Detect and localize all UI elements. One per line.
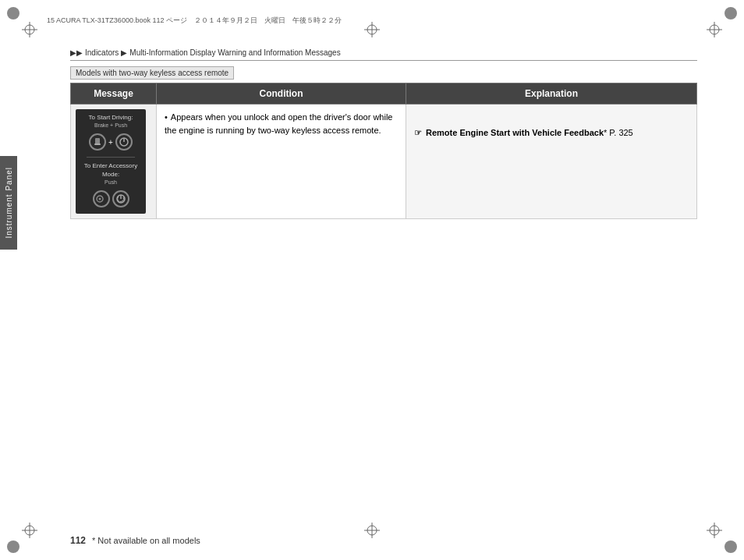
power-icon — [112, 190, 129, 207]
reg-mark-tm — [364, 22, 380, 37]
col-header-explanation: Explanation — [406, 83, 697, 105]
svg-point-27 — [98, 198, 101, 200]
msg-start-sub: Brake + Push — [80, 122, 141, 129]
print-info-text: 15 ACURA TLX-31TZ36000.book 112 ページ ２０１４… — [47, 16, 342, 26]
side-tab-label: Instrument Panel — [5, 167, 13, 239]
table-row: To Start Driving: Brake + Push — [71, 105, 697, 219]
key-icon — [93, 190, 110, 207]
breadcrumb-separator: ▶ — [121, 48, 127, 57]
message-cell: To Start Driving: Brake + Push — [71, 105, 157, 219]
svg-point-18 — [7, 7, 19, 19]
explanation-text: Remote Engine Start with Vehicle Feedbac… — [426, 126, 633, 140]
info-table: Message Condition Explanation To Start D… — [70, 83, 697, 219]
reg-mark-tl — [22, 22, 37, 37]
explanation-link: ☞ Remote Engine Start with Vehicle Feedb… — [414, 111, 689, 140]
main-content: Models with two-way keyless access remot… — [70, 66, 697, 513]
side-tab: Instrument Panel — [0, 156, 17, 250]
explanation-title: Remote Engine Start with Vehicle Feedbac… — [426, 128, 604, 137]
svg-rect-23 — [94, 144, 101, 145]
col-header-message: Message — [71, 83, 157, 105]
footer: 112 * Not available on all models — [70, 535, 697, 546]
corner-circle-tl — [6, 6, 20, 20]
section-label: Models with two-way keyless access remot… — [70, 66, 234, 80]
push-button-icon — [115, 133, 133, 151]
breadcrumb-item-2: Multi-Information Display Warning and In… — [129, 48, 340, 57]
msg-acc-sub: Push — [80, 179, 141, 186]
footer-note: * Not available on all models — [92, 536, 200, 545]
breadcrumb-arrow1: ▶▶ — [70, 48, 83, 57]
page-number: 112 — [70, 535, 86, 546]
msg-icon-row-bottom — [93, 190, 129, 207]
ref-icon: ☞ — [414, 126, 422, 140]
svg-rect-22 — [95, 138, 100, 144]
reg-mark-tr — [707, 22, 722, 37]
brake-pedal-icon — [89, 133, 106, 151]
svg-point-21 — [725, 541, 737, 553]
msg-start-label: To Start Driving: — [80, 114, 141, 122]
explanation-page: * P. 325 — [604, 128, 633, 137]
corner-circle-br — [724, 540, 738, 554]
page-wrapper: 15 ACURA TLX-31TZ36000.book 112 ページ ２０１４… — [0, 0, 744, 560]
plus-sign: + — [108, 136, 113, 148]
msg-acc-label: To Enter Accessory Mode: — [80, 162, 141, 179]
msg-bottom-label: To Enter Accessory Mode: Push — [80, 162, 141, 186]
reg-mark-br — [707, 523, 722, 538]
corner-circle-bl — [6, 540, 20, 554]
breadcrumb-item-1: Indicators — [85, 48, 119, 57]
corner-circle-tr — [724, 6, 738, 20]
msg-divider — [87, 157, 135, 158]
msg-icon-row-top: + — [89, 133, 133, 151]
condition-cell: •Appears when you unlock and open the dr… — [157, 105, 406, 219]
msg-top-label: To Start Driving: Brake + Push — [80, 114, 141, 129]
message-image: To Start Driving: Brake + Push — [76, 109, 146, 214]
svg-point-19 — [725, 7, 737, 19]
breadcrumb: ▶▶ Indicators ▶ Multi-Information Displa… — [70, 47, 697, 61]
explanation-cell: ☞ Remote Engine Start with Vehicle Feedb… — [406, 105, 697, 219]
reg-mark-bl — [22, 523, 37, 538]
condition-description: Appears when you unlock and open the dri… — [165, 112, 392, 135]
col-header-condition: Condition — [157, 83, 406, 105]
condition-text: •Appears when you unlock and open the dr… — [165, 111, 398, 136]
svg-point-20 — [7, 541, 19, 553]
